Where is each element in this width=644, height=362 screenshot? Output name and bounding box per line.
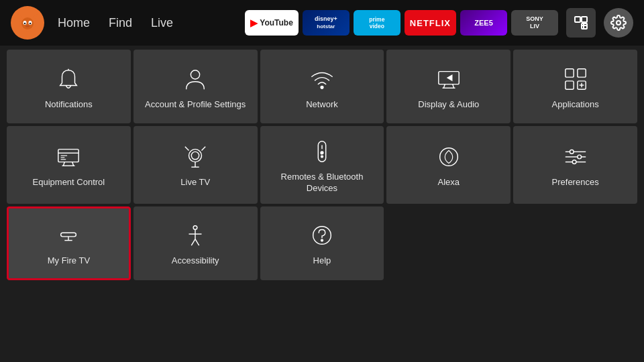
tile-applications-label: Applications [552, 99, 599, 111]
tile-display[interactable]: Display & Audio [386, 50, 511, 123]
svg-rect-23 [577, 68, 585, 76]
svg-point-37 [191, 152, 199, 160]
nav-live[interactable]: Live [151, 16, 173, 30]
tile-livetv-label: Live TV [180, 177, 210, 188]
tile-help-label: Help [313, 255, 331, 267]
svg-point-51 [577, 156, 581, 160]
tile-accessibility-label: Accessibility [172, 255, 219, 267]
accessibility-icon [180, 221, 210, 250]
nav-home[interactable]: Home [58, 16, 90, 30]
tile-account[interactable]: Account & Profile Settings [133, 50, 258, 123]
wifi-icon [307, 64, 337, 94]
alexa-icon [434, 142, 464, 172]
antenna-icon [180, 142, 210, 172]
topbar-nav: Home Find Live [58, 16, 173, 30]
svg-line-19 [443, 84, 445, 88]
netflix-badge[interactable]: NETFLIX [405, 10, 456, 36]
empty-cell-2 [513, 206, 637, 280]
svg-point-14 [616, 21, 621, 25]
tile-equipment[interactable]: Equipment Control [7, 126, 131, 204]
tile-accessibility[interactable]: Accessibility [133, 206, 258, 280]
tile-help[interactable]: Help [260, 206, 384, 280]
tile-myfiretv[interactable]: My Fire TV [7, 206, 131, 280]
svg-point-56 [193, 226, 197, 230]
svg-line-20 [452, 84, 453, 88]
tile-display-label: Display & Audio [418, 99, 479, 111]
youtube-badge[interactable]: ▶ YouTube [245, 10, 299, 36]
settings-row-2: Equipment Control Live TV [7, 126, 637, 204]
svg-line-60 [195, 239, 199, 246]
remote-icon [307, 137, 337, 166]
tv-icon [54, 142, 83, 172]
settings-icon-btn[interactable] [604, 8, 633, 38]
svg-point-62 [321, 240, 323, 242]
svg-point-50 [570, 150, 574, 154]
settings-row-3: My Fire TV Accessibility [7, 206, 637, 280]
prime-badge[interactable]: primevideo [354, 10, 400, 36]
tile-preferences[interactable]: Preferences [513, 126, 637, 204]
tile-preferences-label: Preferences [552, 177, 599, 188]
svg-line-40 [185, 147, 189, 151]
svg-line-59 [191, 239, 195, 246]
svg-marker-3 [32, 13, 38, 19]
svg-point-45 [321, 156, 323, 158]
zee5-badge[interactable]: ZEE5 [460, 10, 507, 36]
tile-myfiretv-label: My Fire TV [48, 255, 90, 267]
bell-icon [54, 64, 83, 94]
disney-badge[interactable]: disney+hotstar [303, 10, 350, 36]
tile-livetv[interactable]: Live TV [133, 126, 258, 204]
tile-remotes-label: Remotes & Bluetooth Devices [266, 172, 379, 194]
tile-account-label: Account & Profile Settings [145, 99, 246, 111]
svg-line-31 [72, 162, 74, 166]
tile-network[interactable]: Network [260, 50, 384, 123]
sony-badge[interactable]: SONYLIV [511, 10, 558, 36]
tile-notifications-label: Notifications [45, 99, 93, 111]
topbar: Home Find Live ▶ YouTube disney+hotstar … [0, 0, 644, 46]
svg-point-36 [189, 149, 202, 162]
display-icon [434, 64, 464, 94]
svg-point-44 [321, 152, 323, 154]
svg-point-17 [321, 86, 323, 88]
svg-point-16 [191, 70, 200, 78]
empty-cell-1 [386, 206, 511, 280]
settings-row-1: Notifications Account & Profile Settings… [7, 50, 637, 123]
tile-notifications[interactable]: Notifications [7, 50, 131, 123]
tile-remotes[interactable]: Remotes & Bluetooth Devices [260, 126, 384, 204]
tile-applications[interactable]: Applications [513, 50, 637, 123]
svg-point-7 [30, 23, 32, 25]
svg-rect-22 [565, 68, 573, 76]
sliders-icon [561, 142, 590, 172]
topbar-apps: ▶ YouTube disney+hotstar primevideo NETF… [245, 8, 633, 38]
nav-find[interactable]: Find [109, 16, 132, 30]
firetv-icon [54, 221, 83, 250]
logo-icon [15, 11, 40, 35]
logo[interactable] [11, 6, 44, 40]
svg-line-30 [64, 162, 65, 166]
svg-point-6 [24, 23, 26, 25]
svg-rect-24 [565, 80, 573, 88]
grid-icon [574, 15, 588, 30]
grid-icon-btn[interactable] [566, 8, 596, 38]
tile-network-label: Network [306, 99, 338, 111]
tile-alexa[interactable]: Alexa [386, 126, 511, 204]
svg-marker-2 [17, 13, 23, 19]
svg-rect-9 [575, 17, 580, 22]
apps-icon [561, 64, 590, 94]
tile-equipment-label: Equipment Control [33, 177, 105, 188]
svg-point-52 [572, 160, 576, 164]
tile-alexa-label: Alexa [438, 177, 460, 188]
gear-icon [610, 15, 627, 31]
svg-rect-53 [61, 233, 76, 237]
svg-line-41 [202, 147, 206, 151]
person-icon [180, 64, 210, 94]
help-icon [307, 221, 337, 250]
svg-point-8 [25, 25, 30, 27]
svg-rect-10 [582, 17, 587, 22]
